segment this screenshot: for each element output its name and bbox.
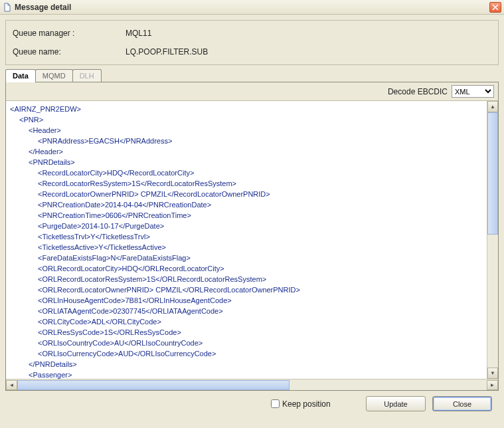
close-button[interactable]: Close — [432, 396, 492, 411]
xml-line: <Passenger> — [10, 370, 494, 379]
xml-line: <PurgeDate>2014-10-17</PurgeDate> — [10, 221, 494, 231]
keep-position-wrap[interactable]: Keep position — [271, 399, 331, 409]
xml-line: <ORLRecordLocatorCity>HDQ</ORLRecordLoca… — [10, 263, 494, 274]
decode-label: Decode EBCDIC — [388, 87, 448, 96]
scroll-left-arrow-icon[interactable]: ◄ — [6, 380, 17, 390]
queue-manager-row: Queue manager : MQL11 — [13, 29, 491, 38]
queue-manager-value: MQL11 — [126, 29, 151, 38]
info-panel: Queue manager : MQL11 Queue name: LQ.POO… — [5, 20, 499, 65]
xml-line: <RecordLocatorResSystem>1S</RecordLocato… — [10, 178, 494, 189]
close-icon — [492, 4, 499, 11]
xml-line: <FareDataExistsFlag>N</FareDataExistsFla… — [10, 253, 494, 263]
hscroll-thumb[interactable] — [17, 380, 290, 390]
document-icon — [3, 3, 12, 12]
hscroll-track[interactable] — [17, 380, 487, 390]
keep-position-checkbox[interactable] — [271, 399, 280, 408]
titlebar: Message detail — [0, 0, 504, 15]
xml-line: <Header> — [10, 125, 494, 136]
queue-name-row: Queue name: LQ.POOP.FILTER.SUB — [13, 47, 491, 56]
queue-name-label: Queue name: — [13, 47, 126, 56]
queue-manager-label: Queue manager : — [13, 29, 126, 38]
scroll-right-arrow-icon[interactable]: ► — [487, 380, 498, 390]
xml-line: </PNRDetails> — [10, 359, 494, 370]
horizontal-scrollbar[interactable]: ◄ ► — [6, 379, 498, 390]
vertical-scrollbar[interactable]: ▲ ▼ — [487, 101, 498, 379]
window-title: Message detail — [15, 3, 489, 12]
scroll-down-arrow-icon[interactable]: ▼ — [487, 368, 498, 379]
content-area: Queue manager : MQL11 Queue name: LQ.POO… — [0, 15, 504, 421]
vscroll-track[interactable] — [487, 112, 498, 368]
xml-line: <ORLIsoCountryCode>AU</ORLIsoCountryCode… — [10, 338, 494, 348]
xml-line: </Header> — [10, 146, 494, 157]
window-close-button[interactable] — [489, 2, 501, 13]
scroll-up-arrow-icon[interactable]: ▲ — [487, 101, 498, 112]
xml-line: <PNRCreationDate>2014-04-04</PNRCreation… — [10, 199, 494, 210]
data-panel: Decode EBCDIC XML <AIRNZ_PNR2EDW><PNR><H… — [5, 82, 499, 391]
xml-line: <RecordLocatorCity>HDQ</RecordLocatorCit… — [10, 167, 494, 178]
queue-name-value: LQ.POOP.FILTER.SUB — [126, 47, 208, 56]
xml-content: <AIRNZ_PNR2EDW><PNR><Header><PNRAddress>… — [6, 101, 498, 379]
xml-line: <PNRDetails> — [10, 157, 494, 167]
xml-line: <TicketlessTrvl>Y</TicketlessTrvl> — [10, 231, 494, 242]
xml-line: <PNRAddress>EGACSH</PNRAddress> — [10, 136, 494, 146]
xml-line: <ORLInHouseAgentCode>7B81</ORLInHouseAge… — [10, 295, 494, 306]
xml-line: <ORLIATAAgentCode>02307745</ORLIATAAgent… — [10, 306, 494, 316]
xml-line: <ORLRecordLocatorOwnerPNRID> CPMZIL</ORL… — [10, 284, 494, 295]
xml-line: <ORLIsoCurrencyCode>AUD</ORLIsoCurrencyC… — [10, 348, 494, 359]
tab-bar: Data MQMD DLH — [5, 69, 499, 82]
xml-line: <AIRNZ_PNR2EDW> — [10, 104, 494, 114]
xml-line: <PNRCreationTime>0606</PNRCreationTime> — [10, 210, 494, 221]
xml-line: <RecordLocatorOwnerPNRID> CPMZIL</Record… — [10, 189, 494, 199]
xml-line: <ORLCityCode>ADL</ORLCityCode> — [10, 316, 494, 327]
bottom-bar: Keep position Update Close — [5, 391, 499, 415]
update-button[interactable]: Update — [366, 396, 426, 411]
xml-line: <PNR> — [10, 114, 494, 125]
tab-data[interactable]: Data — [5, 69, 36, 82]
xml-line: <TicketlessActive>Y</TicketlessActive> — [10, 242, 494, 253]
xml-line: <ORLResSysCode>1S</ORLResSysCode> — [10, 327, 494, 338]
xml-viewport[interactable]: <AIRNZ_PNR2EDW><PNR><Header><PNRAddress>… — [6, 101, 498, 379]
keep-position-label: Keep position — [282, 399, 331, 409]
decode-select[interactable]: XML — [452, 85, 494, 98]
vscroll-thumb[interactable] — [487, 112, 498, 235]
xml-line: <ORLRecordLocatorResSystem>1S</ORLRecord… — [10, 274, 494, 284]
panel-toolbar: Decode EBCDIC XML — [6, 82, 498, 101]
tab-dlh: DLH — [72, 69, 102, 82]
tab-mqmd[interactable]: MQMD — [35, 69, 73, 82]
